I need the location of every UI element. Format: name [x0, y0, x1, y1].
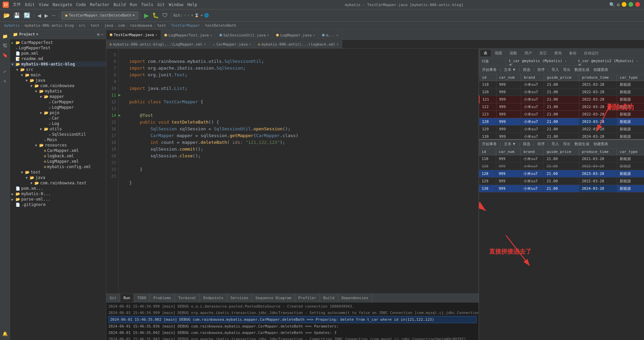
table-row-121[interactable]: 121 999 小米su7 21.00 2022-03-28 新能源	[479, 96, 644, 103]
db-tab-table[interactable]: 表	[480, 50, 491, 56]
db-import-btn-b[interactable]: 导入	[550, 141, 561, 147]
debug-button[interactable]: 🐛	[151, 11, 160, 19]
tab-dependencies[interactable]: Dependencies	[338, 294, 372, 302]
tree-item[interactable]: ☕ Main	[10, 137, 106, 142]
tree-item[interactable]: ☕ SqlSessionUtil	[10, 132, 106, 137]
tree-item[interactable]: ▶ 📂 CarMapperTest	[10, 40, 106, 45]
tab-todo[interactable]: TODO	[134, 294, 150, 302]
sidebar-icon-structure[interactable]: 🏗	[1, 42, 9, 49]
settings-btn[interactable]: ⚙	[617, 2, 620, 7]
coverage-button[interactable]: 🛡	[161, 12, 169, 19]
tree-item[interactable]: ☕ LogMapper	[10, 105, 106, 110]
db-sort-btn-b[interactable]: 排序	[536, 141, 546, 147]
panel-settings-icon[interactable]: ⚙	[97, 32, 100, 37]
tab-logback-xml[interactable]: ⚙ mybatis-006-antic\...\logback.xml ×	[255, 40, 343, 48]
menu-run[interactable]: Run	[128, 2, 139, 8]
breadcrumb-mybatis[interactable]: mybatis	[4, 23, 20, 28]
tab-run[interactable]: Run	[120, 294, 134, 302]
tree-item[interactable]: ▼ 📂 java	[10, 175, 106, 180]
db-filter-btn[interactable]: 筛选	[521, 67, 532, 73]
tree-item[interactable]: 📝 readme.md	[10, 56, 106, 61]
tab-more[interactable]: m... ×	[319, 31, 342, 40]
menu-git[interactable]: Git	[155, 2, 167, 8]
tab-sequence[interactable]: Sequence Diagram	[252, 294, 295, 302]
win-close[interactable]	[635, 2, 640, 7]
table-row-b-129[interactable]: 129 999 小米su7 21.00 2022-03-28 新能源	[479, 178, 644, 185]
tree-item[interactable]: ▼ 📂 resources	[10, 142, 106, 148]
tree-item[interactable]: ▼ 📂 utils	[10, 126, 106, 132]
tab-services[interactable]: Services	[227, 294, 252, 302]
sidebar-icon-commit[interactable]: ✔	[1, 68, 9, 75]
db-begin-transaction-b[interactable]: 开始事务	[480, 141, 499, 147]
tab-carmapper-java[interactable]: ☕ CarMapper.java ×	[210, 40, 255, 48]
tab-profiler[interactable]: Profiler	[295, 294, 320, 302]
panel-collapse-icon[interactable]: −	[101, 32, 103, 37]
toolbar-recent[interactable]: ⋯	[50, 12, 57, 19]
db-text-btn[interactable]: 文本 ▼	[502, 67, 518, 73]
tree-item[interactable]: ☕ Car	[10, 115, 106, 121]
db-datagen-btn[interactable]: 数据生成	[573, 67, 591, 73]
db-chart-btn[interactable]: 创建图表	[592, 67, 610, 73]
db-sort-btn[interactable]: 排序	[536, 67, 546, 73]
sidebar-icon-bookmarks[interactable]: 🔖	[1, 51, 9, 59]
tree-item[interactable]: ▼ 📂 pojo	[10, 110, 106, 115]
db-datagen-btn-b[interactable]: 数据生成	[573, 141, 591, 147]
tree-item[interactable]: 📄 pom.xml	[10, 51, 106, 56]
tree-item[interactable]: ▼ 📂 mybatis	[10, 88, 106, 94]
menu-tools[interactable]: Tools	[139, 2, 155, 8]
table-row-130[interactable]: 130 999 小米su7 21.00 2024-03-28 新能源	[479, 133, 644, 139]
sidebar-icon-notifications[interactable]: 🔔	[1, 330, 9, 337]
sidebar-icon-project[interactable]: 📁	[1, 32, 9, 40]
tree-item[interactable]: ▼ 📂 main	[10, 72, 106, 78]
table-row-b-130[interactable]: 130 999 小米su7 21.00 2024-03-28 新能源	[479, 185, 644, 192]
tab-testcarmapper[interactable]: TestCarMapper.java ×	[106, 30, 161, 40]
toolbar-refresh[interactable]: 🔄	[22, 11, 32, 19]
tree-item[interactable]: ⚙ LogMapper.xml	[10, 159, 106, 164]
tab-logmappertest[interactable]: LogMapperTest.java ×	[161, 31, 216, 40]
toolbar-open[interactable]: 📂	[2, 11, 11, 19]
menu-view[interactable]: View	[37, 2, 51, 8]
menu-edit[interactable]: Edit	[23, 2, 37, 8]
search-btn[interactable]: 🔍	[609, 2, 615, 7]
table-row[interactable]: 118 999 小米su7 21.00 2021-03-28 新能源	[479, 81, 644, 88]
tab-problems[interactable]: Problems	[150, 294, 175, 302]
db-export-btn-b[interactable]: 导出	[561, 141, 572, 147]
tree-item-blog[interactable]: ▼ 📂 mybatis-006-antic-blog	[10, 61, 106, 67]
db-tab-func[interactable]: 函数	[506, 50, 520, 56]
tab-terminal[interactable]: Terminal	[175, 294, 200, 302]
tree-item[interactable]: 📄 pom.xm...	[10, 186, 106, 191]
sidebar-icon-pullreq[interactable]: ⇅	[1, 77, 9, 84]
tab-logmapper[interactable]: LogMapper.java ×	[273, 31, 319, 40]
tab-build[interactable]: Build	[320, 294, 338, 302]
table-row[interactable]: 120 999 小米su7 21.00 2022-03-28 新能源	[479, 88, 644, 96]
tab-git[interactable]: Git	[106, 294, 120, 302]
db-filter-btn-b[interactable]: 筛选	[521, 141, 532, 147]
menu-navigate[interactable]: Navigate	[51, 2, 74, 8]
table-row-b-128[interactable]: 128 999 小米su7 21.00 2023-03-28 新能源	[479, 170, 644, 178]
tree-item[interactable]: ☕ LogMapperTest	[10, 45, 106, 51]
tree-item[interactable]: ▶ 📂 mybatis-0...	[10, 191, 106, 197]
win-minimize[interactable]	[622, 2, 626, 7]
tree-item[interactable]: ▶ 📂 parse-xml...	[10, 197, 106, 202]
run-class-icon[interactable]: ▶	[118, 92, 125, 99]
db-import-btn[interactable]: 导入	[550, 67, 561, 73]
tree-item[interactable]: ☕ Log	[10, 121, 106, 126]
menu-build[interactable]: Build	[111, 2, 128, 8]
tree-item[interactable]: 📄 .gitignore	[10, 202, 106, 207]
table-row-128[interactable]: 128 999 小米su7 21.00 2023-03-28 新能源	[479, 118, 644, 126]
menu-file[interactable]: 文件	[11, 1, 23, 8]
breadcrumb-method[interactable]: testDeleteBath	[205, 23, 236, 28]
db-begin-transaction[interactable]: 开始事务	[480, 67, 499, 73]
table-row-b-120[interactable]: 120 999 小米su7 21.00 2022-03-28 新能源	[479, 163, 644, 170]
tree-item[interactable]: ▼ 📂 mapper	[10, 94, 106, 99]
menu-code[interactable]: Code	[74, 2, 88, 8]
run-method-icon[interactable]: ▶	[118, 112, 125, 119]
tab-endpoints[interactable]: Endpoints	[200, 294, 227, 302]
breadcrumb-class[interactable]: TestCarMapper	[171, 23, 200, 28]
tab-logmapper-xml[interactable]: ⚙ mybatis-006-antic-blog\...\LogMapper.x…	[106, 40, 210, 48]
tree-item[interactable]: ⚙ mybatis-config.xml	[10, 164, 106, 169]
db-chart-btn-b[interactable]: 创建图表	[592, 141, 610, 147]
toolbar-back[interactable]: ◀	[36, 12, 43, 19]
tree-item[interactable]: ▼ 📂 com.rainbowsea	[10, 83, 106, 88]
menu-refactor[interactable]: Refactor	[88, 2, 112, 8]
